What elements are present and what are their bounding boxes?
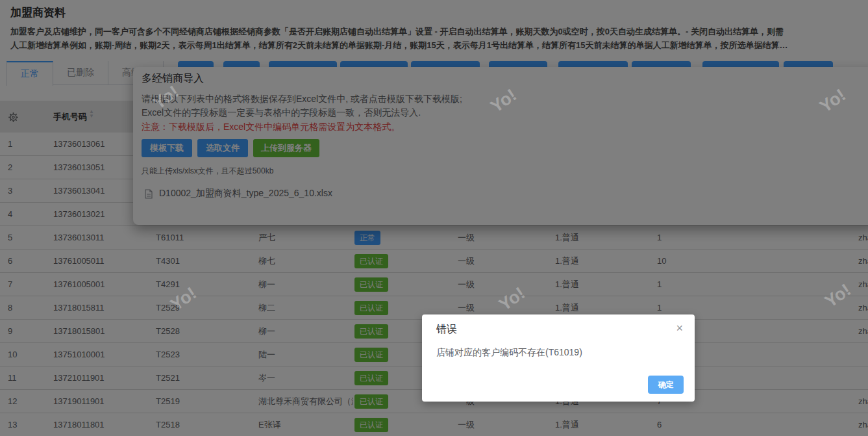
confirm-button[interactable]: 确定 <box>648 376 684 394</box>
app-window: 加盟商资料 加盟客户及店铺维护，同一客户可含多个不同经销商店铺根据经销商参数「是… <box>0 0 868 436</box>
close-icon[interactable]: × <box>676 322 683 334</box>
error-dialog: 错误 × 店铺对应的客户编码不存在(T61019) 确定 <box>422 314 695 402</box>
error-message: 店铺对应的客户编码不存在(T61019) <box>436 347 582 359</box>
error-dialog-title: 错误 <box>436 323 457 337</box>
